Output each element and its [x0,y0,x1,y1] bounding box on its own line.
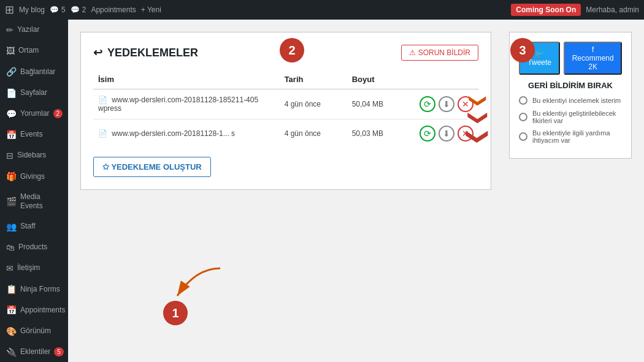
yazılar-icon: ✏ [6,25,13,36]
file-icon: 📄 [98,96,107,104]
table-row: 📄 www.wp-dersleri.com-20181128-185211-40… [93,89,478,119]
yorumlar-icon: 💬 [6,108,17,119]
sidebar-item-iletisim[interactable]: ✉ İletişim [0,258,68,279]
sidebar-item-appointments[interactable]: 📅 Appointments [0,300,68,320]
radio-3[interactable] [519,132,527,141]
ninja-forms-icon: 📋 [6,284,17,295]
sidebar-label-sayfalar: Sayfalar [20,88,47,98]
eklentiler-badge: 5 [54,347,64,356]
restore-button-1[interactable]: ⟳ [420,96,435,112]
sidebar-label-products: Products [18,243,47,252]
step-3-label: 3 [519,43,526,58]
row1-boyut: 50,04 MB [347,89,415,119]
radio-2[interactable] [519,113,527,121]
backup-title: ↩ YEDEKLEMELER [93,46,198,59]
wp-logo-icon[interactable]: ⊞ [5,3,14,17]
comments-count[interactable]: 💬 5 [50,6,66,14]
sidebar-label-events: Events [20,130,43,140]
media-events-icon: 🎬 [6,196,17,207]
iletisim-icon: ✉ [6,263,13,274]
step-1-label: 1 [172,306,178,320]
sidebar-item-sidebars[interactable]: ⊟ Sidebars [0,145,68,166]
arrow-to-backup-btn [171,265,232,304]
feedback-option-1: Bu eklentiyi incelemek isterim [519,96,622,105]
restore-button-2[interactable]: ⟳ [420,126,435,141]
row2-filename: 📄 www.wp-dersleri.com-20181128-1... s [93,119,280,148]
sidebar-item-events[interactable]: 📅 Events [0,124,68,145]
report-button[interactable]: ⚠ SORUN BİLDİR [401,45,478,61]
sidebar-item-givings[interactable]: 🎁 Givings [0,166,68,187]
radio-1[interactable] [519,96,527,105]
staff-icon: 👥 [6,221,17,232]
step-1-circle: 1 [163,301,188,325]
admin-label: Merhaba, admin [586,6,639,14]
sidebar-label-staff: Staff [20,222,35,232]
sidebar-label-ortam: Ortam [18,46,39,56]
row1-tarih: 4 gün önce [280,89,347,119]
sidebar-item-eklentiler[interactable]: 🔌 Eklentiler 5 [0,342,68,362]
chevron-arrows: ❯❯❯ [469,93,488,147]
coming-soon-badge: Coming Soon On [511,4,581,16]
sidebar-item-baglantilar[interactable]: 🔗 Bağlantılar [0,61,68,82]
backup-title-text: YEDEKLEMELER [107,47,198,59]
row2-tarih: 4 gün önce [280,119,347,148]
step-3-circle: 3 [510,38,535,62]
step-2-label: 2 [288,43,295,58]
sidebar-item-yazılar[interactable]: ✏ Yazılar [0,20,68,40]
file-icon-2: 📄 [98,129,107,138]
sidebar-item-ninja-forms[interactable]: 📋 Ninja Forms [0,279,68,300]
comments2-number: 2 [82,6,86,14]
givings-icon: 🎁 [6,171,17,182]
sidebar-item-ortam[interactable]: 🖼 Ortam [0,40,68,61]
sidebar-label-gorunum: Görünüm [20,326,51,336]
backup-table: İsim Tarih Boyut 📄 www.wp-dersleri.com-2… [93,70,478,148]
products-icon: 🛍 [6,242,15,253]
sidebar-label-sidebars: Sidebars [17,151,46,160]
sidebar-item-products[interactable]: 🛍 Products [0,237,68,258]
baglantilar-icon: 🔗 [6,66,17,77]
backup-title-icon: ↩ [93,46,102,59]
col-header-tarih: Tarih [280,70,347,89]
sidebar-item-media-events[interactable]: 🎬 Media Events [0,187,68,216]
feedback-option-1-text: Bu eklentiyi incelemek isterim [532,97,621,104]
sidebar-item-gorunum[interactable]: 🎨 Görünüm [0,321,68,342]
appointments-link[interactable]: Appointments [91,6,136,14]
comments-icon: 💬 [50,6,59,14]
feedback-option-3-text: Bu eklentiyle ilgili yardıma ihtiyacım v… [532,129,622,144]
sidebars-icon: ⊟ [6,150,13,161]
sidebar-item-staff[interactable]: 👥 Staff [0,216,68,237]
feedback-option-2-text: Bu eklentiyi geliştirilebilecek fikirler… [532,110,622,124]
download-button-1[interactable]: ⬇ [439,96,454,112]
recommend-button[interactable]: f Recommend 2K [564,42,622,75]
sidebar-label-media-events: Media Events [20,192,62,211]
row1-filename: 📄 www.wp-dersleri.com-20181128-185211-40… [93,89,280,119]
sidebar-item-yorumlar[interactable]: 💬 Yorumlar 2 [0,104,68,124]
sidebar-label-yazılar: Yazılar [17,25,39,35]
row1-filename-text: www.wp-dersleri.com-20181128-185211-405 … [98,96,258,113]
main-content: ↩ YEDEKLEMELER ⚠ SORUN BİLDİR İsim Tarih… [68,20,644,362]
sidebar-label-givings: Givings [20,172,45,182]
sidebar-label-appointments: Appointments [20,306,65,315]
events-icon: 📅 [6,129,17,140]
step-2-circle: 2 [280,38,304,62]
download-button-2[interactable]: ⬇ [439,126,454,141]
sidebar-label-eklentiler: Eklentiler [20,347,50,357]
comment-bubble-icon: 💬 [71,6,80,14]
sidebar-label-yorumlar: Yorumlar [20,109,50,119]
top-bar: ⊞ My blog 💬 5 💬 2 Appointments + Yeni Co… [0,0,644,20]
blog-name-label: My blog [19,6,45,14]
blog-name[interactable]: My blog [19,6,45,14]
sidebar-item-sayfalar[interactable]: 📄 Sayfalar [0,83,68,104]
create-backup-button[interactable]: ✩ YEDEKLEME OLUŞTUR [93,157,211,177]
appointments-sidebar-icon: 📅 [6,304,17,315]
yorumlar-badge: 2 [53,109,63,118]
row2-filename-text: www.wp-dersleri.com-20181128-1... s [112,129,235,138]
row2-boyut: 50,03 MB [347,119,415,148]
sidebar-label-baglantilar: Bağlantılar [20,67,55,77]
sidebar-label-iletisim: İletişim [17,263,40,273]
col-header-isim: İsim [93,70,280,89]
ortam-icon: 🖼 [6,45,15,56]
new-button[interactable]: + Yeni [141,6,161,14]
comments2[interactable]: 💬 2 [71,6,86,14]
feedback-option-2: Bu eklentiyi geliştirilebilecek fikirler… [519,110,622,124]
